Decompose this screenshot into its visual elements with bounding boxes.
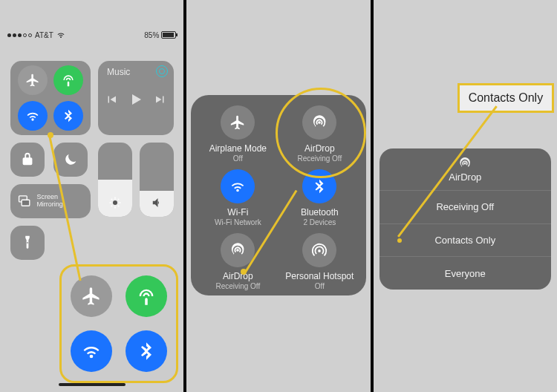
callout-text: Contacts Only: [469, 91, 543, 104]
wifi-icon: [81, 341, 102, 362]
next-track-button[interactable]: [154, 93, 167, 106]
option-label: Contacts Only: [434, 235, 495, 246]
play-button[interactable]: [127, 91, 145, 108]
torch-icon: [19, 235, 36, 251]
connectivity-tile-callout: [59, 264, 178, 383]
hotspot-label: Personal Hotspot: [280, 272, 359, 282]
connectivity-tile[interactable]: [10, 61, 91, 135]
wifi-toggle[interactable]: [18, 101, 48, 131]
cellular-toggle-large[interactable]: [126, 275, 167, 317]
brightness-slider[interactable]: [98, 143, 132, 217]
brightness-icon: [108, 196, 122, 209]
lock-icon: [19, 151, 36, 168]
bluetooth-status: 2 Devices: [280, 218, 359, 227]
carrier-label: AT&T: [35, 31, 53, 39]
signal-icon: [7, 33, 32, 37]
do-not-disturb-toggle[interactable]: [53, 143, 88, 177]
battery-indicator: 85%: [144, 31, 176, 39]
airplane-status: Off: [198, 154, 277, 163]
battery-percent: 85%: [144, 31, 159, 39]
option-label: Everyone: [445, 268, 486, 279]
airplane-icon: [25, 73, 40, 88]
wifi-status-icon: [56, 30, 65, 39]
airplane-icon: [229, 114, 246, 131]
bluetooth-icon: [136, 341, 157, 362]
flashlight-toggle[interactable]: [10, 226, 45, 260]
music-label: Music: [107, 67, 130, 77]
wifi-icon: [229, 178, 246, 195]
airdrop-status-2: Receiving Off: [198, 282, 277, 291]
cellular-toggle[interactable]: [53, 65, 83, 95]
airplay-icon[interactable]: [156, 65, 168, 77]
airplane-label: Airplane Mode: [198, 144, 277, 154]
prev-track-button[interactable]: [105, 93, 118, 106]
airplane-icon: [81, 286, 102, 307]
hotspot-icon: [311, 242, 328, 258]
airdrop-label-2: AirDrop: [198, 272, 277, 282]
annotation-dot: [48, 132, 53, 138]
status-bar: AT&T 85%: [0, 28, 183, 42]
option-receiving-off[interactable]: Receiving Off: [380, 190, 551, 223]
bluetooth-toggle-large[interactable]: [126, 330, 167, 372]
bluetooth-toggle[interactable]: [53, 101, 83, 131]
contacts-only-callout: Contacts Only: [457, 83, 554, 113]
wifi-status: Wi-Fi Network: [198, 218, 277, 227]
moon-icon: [62, 151, 79, 168]
personal-hotspot-item[interactable]: Personal Hotspot Off: [280, 233, 359, 290]
airdrop-icon: [458, 157, 472, 170]
panel-airdrop-menu: Contacts Only AirDrop Receiving Off Cont…: [374, 0, 557, 392]
airdrop-menu-title: AirDrop: [449, 172, 481, 183]
orientation-lock-toggle[interactable]: [10, 143, 45, 177]
screen-mirroring-button[interactable]: Screen Mirroring: [10, 184, 91, 218]
bluetooth-icon: [311, 178, 328, 195]
option-label: Receiving Off: [436, 201, 494, 212]
wifi-label: Wi-Fi: [198, 208, 277, 218]
bluetooth-icon: [61, 108, 76, 123]
wifi-item[interactable]: Wi-Fi Wi-Fi Network: [198, 169, 277, 226]
cellular-icon: [136, 286, 157, 307]
music-tile[interactable]: Music: [98, 61, 174, 135]
option-everyone[interactable]: Everyone: [380, 256, 551, 290]
panel-connectivity-expanded: Airplane Mode Off AirDrop Receiving Off …: [186, 0, 370, 392]
annotation-dot: [397, 238, 402, 243]
wifi-toggle-large[interactable]: [71, 330, 112, 372]
airdrop-icon: [229, 242, 246, 258]
hotspot-status: Off: [280, 282, 359, 291]
airplane-mode-item[interactable]: Airplane Mode Off: [198, 105, 277, 163]
cellular-icon: [61, 73, 76, 88]
speaker-icon: [150, 196, 163, 209]
panel-control-center: AT&T 85% Music: [0, 0, 183, 392]
airplane-toggle-large[interactable]: [71, 275, 112, 317]
airdrop-highlight-ring: [276, 88, 366, 178]
mirror-icon: [16, 193, 32, 209]
wifi-icon: [25, 108, 40, 123]
airplane-toggle[interactable]: [18, 65, 48, 95]
airdrop-menu-header: AirDrop: [380, 148, 551, 190]
bluetooth-label: Bluetooth: [280, 208, 359, 218]
home-indicator[interactable]: [59, 383, 126, 386]
airdrop-menu-card: AirDrop Receiving Off Contacts Only Ever…: [380, 148, 551, 290]
volume-slider[interactable]: [140, 143, 174, 217]
